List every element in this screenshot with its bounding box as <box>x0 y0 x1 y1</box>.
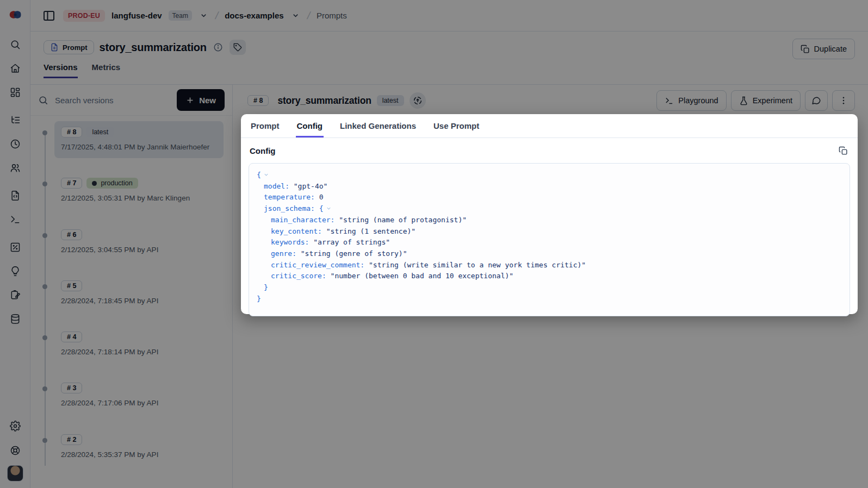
config-card: PromptConfigLinked GenerationsUse Prompt… <box>241 114 858 314</box>
card-tabs: PromptConfigLinked GenerationsUse Prompt <box>241 114 858 138</box>
json-line: json_schema: { <box>257 203 842 215</box>
config-json: {model: "gpt-4o"temperature: 0json_schem… <box>249 163 850 316</box>
json-line: main_character: "string (name of protago… <box>257 215 842 226</box>
copy-config-button[interactable] <box>838 145 849 157</box>
config-section-title: Config <box>250 146 275 155</box>
json-line: genre: "string (genre of story)" <box>257 248 842 260</box>
json-line: critic_review_comment: "string (write si… <box>257 260 842 271</box>
json-line: { <box>257 170 842 181</box>
json-line: keywords: "array of strings" <box>257 237 842 248</box>
copy-icon <box>839 146 848 155</box>
json-line: } <box>257 293 842 305</box>
json-line: model: "gpt-4o" <box>257 181 842 192</box>
json-line: key_content: "string (1 sentence)" <box>257 226 842 237</box>
json-line: critic_score: "number (between 0 bad and… <box>257 271 842 282</box>
json-line: } <box>257 282 842 293</box>
card-tab-prompt[interactable]: Prompt <box>250 114 281 137</box>
card-tab-linked-generations[interactable]: Linked Generations <box>339 114 417 137</box>
card-tab-config[interactable]: Config <box>296 114 324 137</box>
card-tab-use-prompt[interactable]: Use Prompt <box>432 114 480 137</box>
json-line: temperature: 0 <box>257 192 842 203</box>
collapse-chevron-icon[interactable] <box>326 205 332 211</box>
collapse-chevron-icon[interactable] <box>263 172 269 178</box>
